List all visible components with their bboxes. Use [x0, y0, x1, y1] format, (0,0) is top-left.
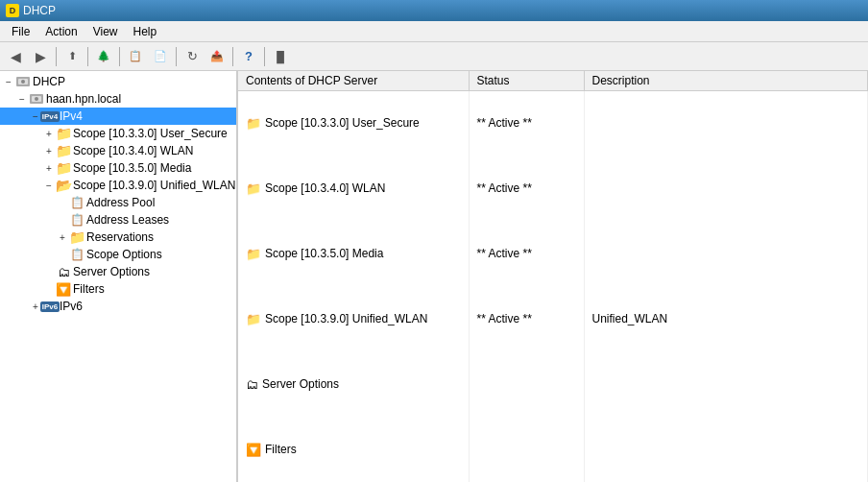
- toolbar-sep-3: [119, 47, 120, 66]
- right-panel: Contents of DHCP Server Status Descripti…: [238, 71, 868, 482]
- haan-icon: [29, 91, 44, 107]
- tree-node-addrleases[interactable]: · 📋 Address Leases: [0, 211, 236, 229]
- scopeopts-icon: 📋: [69, 247, 84, 262]
- expand-scope4[interactable]: −: [42, 179, 56, 192]
- tree-node-dhcp[interactable]: − DHCP: [0, 73, 236, 90]
- expand-dhcp[interactable]: −: [2, 75, 15, 88]
- up-button[interactable]: ⬆: [60, 45, 84, 68]
- tree-node-scope1[interactable]: + 📁 Scope [10.3.3.0] User_Secure: [0, 125, 236, 142]
- tree-label-addrleases: Address Leases: [86, 213, 169, 227]
- menu-file[interactable]: File: [4, 23, 37, 40]
- tree-node-haan[interactable]: − haan.hpn.local: [0, 90, 236, 108]
- tree-node-reservations[interactable]: + 📁 Reservations: [0, 229, 236, 246]
- expand-scopeopts: ·: [56, 248, 69, 261]
- toolbar-sep-2: [87, 47, 88, 66]
- filters-icon: 🔽: [56, 281, 71, 297]
- table-row[interactable]: 📁 Scope [10.3.3.0] User_Secure ** Active…: [238, 90, 868, 156]
- tree-node-serveropts[interactable]: · 🗂 Server Options: [0, 263, 236, 280]
- svg-point-2: [21, 80, 25, 84]
- row-name-3: 📁 Scope [10.3.9.0] Unified_WLAN: [238, 286, 469, 351]
- scope1-icon: 📁: [56, 126, 71, 141]
- menu-action[interactable]: Action: [37, 23, 84, 40]
- tree-label-haan: haan.hpn.local: [46, 92, 121, 106]
- row-name-5: 🔽 Filters: [238, 417, 469, 482]
- table-row[interactable]: 🗂 Server Options: [238, 351, 868, 417]
- back-button[interactable]: ◀: [4, 45, 27, 68]
- row-icon-0: 📁: [246, 116, 261, 131]
- toolbar-sep-4: [176, 47, 177, 66]
- expand-reservations[interactable]: +: [56, 230, 69, 244]
- copy-button[interactable]: 📋: [124, 45, 147, 68]
- row-icon-4: 🗂: [246, 377, 258, 392]
- tree-node-scope3[interactable]: + 📁 Scope [10.3.5.0] Media: [0, 159, 236, 177]
- row-name-0: 📁 Scope [10.3.3.0] User_Secure: [238, 90, 469, 156]
- scope3-icon: 📁: [56, 160, 71, 176]
- row-status-4: [469, 351, 584, 417]
- expand-scope1[interactable]: +: [42, 127, 56, 140]
- tree-node-scope4[interactable]: − 📂 Scope [10.3.9.0] Unified_WLAN: [0, 177, 236, 194]
- tree-label-scope1: Scope [10.3.3.0] User_Secure: [73, 127, 228, 140]
- toolbar-sep-6: [264, 47, 265, 66]
- table-row[interactable]: 🔽 Filters: [238, 417, 868, 482]
- row-status-0: ** Active **: [469, 90, 584, 156]
- toolbar-sep-1: [56, 47, 57, 66]
- tree-label-filters: Filters: [73, 282, 105, 296]
- tree-label-scopeopts: Scope Options: [86, 248, 162, 261]
- help-button[interactable]: ?: [237, 45, 260, 68]
- tree-node-scope2[interactable]: + 📁 Scope [10.3.4.0] WLAN: [0, 142, 236, 159]
- row-status-1: ** Active **: [469, 156, 584, 221]
- paste-button[interactable]: 📄: [149, 45, 172, 68]
- row-icon-5: 🔽: [246, 443, 261, 457]
- row-desc-5: [584, 417, 868, 482]
- addrpool-icon: 📋: [69, 195, 84, 210]
- tree-label-reservations: Reservations: [86, 230, 154, 244]
- expand-haan[interactable]: −: [15, 92, 29, 106]
- tree-node-ipv4[interactable]: − IPv4 IPv4: [0, 108, 236, 125]
- export-button[interactable]: 📤: [205, 45, 229, 68]
- tree-label-ipv4: IPv4: [60, 109, 83, 123]
- row-icon-1: 📁: [246, 181, 261, 196]
- tree-node-filters[interactable]: · 🔽 Filters: [0, 280, 236, 298]
- expand-filters: ·: [42, 282, 56, 296]
- col-header-description[interactable]: Description: [584, 71, 868, 90]
- content-table: Contents of DHCP Server Status Descripti…: [238, 71, 868, 482]
- row-desc-2: [584, 221, 868, 286]
- tree-label-scope3: Scope [10.3.5.0] Media: [73, 161, 191, 175]
- tree-label-ipv6: IPv6: [60, 300, 83, 313]
- tree-label-scope2: Scope [10.3.4.0] WLAN: [73, 144, 193, 157]
- scope2-icon: 📁: [56, 143, 71, 158]
- toolbar-sep-5: [232, 47, 233, 66]
- serveropts-icon: 🗂: [56, 264, 71, 279]
- show-hide-tree-button[interactable]: 🌲: [92, 45, 115, 68]
- properties-button[interactable]: ▐▌: [269, 45, 292, 68]
- menu-view[interactable]: View: [85, 23, 126, 40]
- table-row[interactable]: 📁 Scope [10.3.5.0] Media ** Active **: [238, 221, 868, 286]
- row-icon-3: 📁: [246, 312, 261, 326]
- table-row[interactable]: 📁 Scope [10.3.9.0] Unified_WLAN ** Activ…: [238, 286, 868, 351]
- tree-node-scopeopts[interactable]: · 📋 Scope Options: [0, 246, 236, 263]
- col-header-name[interactable]: Contents of DHCP Server: [238, 71, 469, 90]
- toolbar: ◀ ▶ ⬆ 🌲 📋 📄 ↻ 📤 ? ▐▌: [0, 42, 868, 71]
- row-status-5: [469, 417, 584, 482]
- row-name-2: 📁 Scope [10.3.5.0] Media: [238, 221, 469, 286]
- col-header-status[interactable]: Status: [469, 71, 584, 90]
- title-bar: D DHCP: [0, 0, 868, 21]
- row-desc-0: [584, 90, 868, 156]
- tree-node-addrpool[interactable]: · 📋 Address Pool: [0, 194, 236, 211]
- row-icon-2: 📁: [246, 247, 261, 261]
- refresh-button[interactable]: ↻: [181, 45, 204, 68]
- expand-addrpool: ·: [56, 196, 69, 209]
- addrleases-icon: 📋: [69, 212, 84, 228]
- main-area: − DHCP − haan.hpn.local: [0, 71, 868, 482]
- expand-scope3[interactable]: +: [42, 161, 56, 175]
- dhcp-icon: [15, 74, 31, 89]
- table-row[interactable]: 📁 Scope [10.3.4.0] WLAN ** Active **: [238, 156, 868, 221]
- tree-label-dhcp: DHCP: [33, 75, 65, 88]
- row-desc-1: [584, 156, 868, 221]
- scope4-icon: 📂: [56, 178, 71, 193]
- expand-scope2[interactable]: +: [42, 144, 56, 157]
- forward-button[interactable]: ▶: [29, 45, 52, 68]
- tree-label-serveropts: Server Options: [73, 265, 150, 278]
- tree-node-ipv6[interactable]: + IPv6 IPv6: [0, 298, 236, 315]
- menu-help[interactable]: Help: [126, 23, 165, 40]
